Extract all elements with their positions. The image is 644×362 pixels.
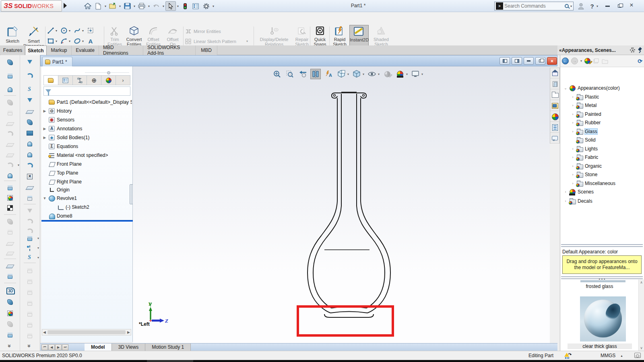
- feature-tool-icon-9[interactable]: [3, 150, 17, 160]
- view-cube-icon-5[interactable]: [23, 309, 37, 319]
- appearance-root-decals[interactable]: ›Decals: [564, 197, 592, 205]
- feature-tool-icon-24[interactable]: [3, 330, 17, 340]
- tree-item-revolve1[interactable]: ▼Revolve1: [43, 194, 132, 202]
- open-dropdown[interactable]: ▾: [118, 1, 122, 11]
- graphics-viewport[interactable]: A ▾ ▾ ▾ ▾ ▾: [133, 66, 550, 343]
- tree-item-part1-root[interactable]: Part1 (Default<<Default>_Display Sta: [43, 98, 132, 106]
- appearance-category-rubber[interactable]: ›Rubber: [571, 119, 601, 126]
- search-scope-icon[interactable]: >: [496, 2, 503, 10]
- ribbon-tab-mbd-dimensions[interactable]: MBD Dimensions: [99, 45, 143, 55]
- feature-tool-icon-22[interactable]: [3, 309, 17, 318]
- search-icon[interactable]: [565, 4, 569, 8]
- view-cube-icon-6[interactable]: [23, 320, 37, 330]
- mirror-entities-button[interactable]: Mirror Entities: [185, 27, 221, 35]
- divider[interactable]: [4, 283, 16, 283]
- feature-tree-horizontal-scrollbar[interactable]: ◀▶: [42, 329, 131, 335]
- taskpane-tab-file-explorer[interactable]: [550, 90, 560, 100]
- tab-scroll-first[interactable]: ⏮: [41, 344, 48, 350]
- undo-button[interactable]: [151, 1, 161, 11]
- task-pane-settings-icon[interactable]: [630, 47, 635, 53]
- surface-tool-icon-3[interactable]: [23, 85, 37, 95]
- ellipse-dropdown[interactable]: ▾: [82, 39, 86, 43]
- surface-tool-icon-15[interactable]: [23, 217, 37, 226]
- feature-tool-icon-5[interactable]: [3, 108, 17, 118]
- feature-tool-icon-2[interactable]: [3, 71, 17, 81]
- rollback-bar[interactable]: [41, 220, 133, 222]
- settings-gear-button[interactable]: [201, 1, 211, 11]
- collapse-right-panel-button[interactable]: [512, 57, 522, 65]
- tree-item-history[interactable]: ▶History: [43, 107, 132, 115]
- task-pane-pin-icon[interactable]: [638, 47, 642, 53]
- ribbon-tab-features[interactable]: Features: [1, 45, 25, 55]
- pane-splitter-handle[interactable]: [561, 276, 643, 279]
- scroll-up-arrow[interactable]: ∧: [640, 280, 643, 284]
- feature-tool-icon-10[interactable]: [3, 160, 17, 170]
- surface-tool-icon-17[interactable]: [23, 234, 37, 243]
- view-cube-icon-2[interactable]: [23, 277, 37, 286]
- surface-tool-icon-12[interactable]: [23, 183, 37, 192]
- refresh-button[interactable]: ⟳: [638, 58, 642, 64]
- help-dropdown[interactable]: ▾: [595, 1, 600, 11]
- stretch-entities-tool[interactable]: [87, 27, 95, 35]
- divider[interactable]: [4, 214, 16, 215]
- feature-tool-icon-6[interactable]: [3, 119, 17, 128]
- rectangle-tool[interactable]: [47, 37, 55, 45]
- taskpane-tab-view-palette[interactable]: [550, 101, 560, 111]
- divider[interactable]: [4, 181, 16, 181]
- preview-scrollbar[interactable]: ∧∨: [638, 280, 644, 351]
- surface-tool-icon-9[interactable]: [23, 150, 37, 160]
- print-button[interactable]: [136, 1, 147, 11]
- tree-item-origin[interactable]: Origin: [43, 186, 132, 193]
- spline-dropdown[interactable]: ▾: [82, 29, 86, 33]
- pane-splitter[interactable]: [561, 244, 643, 247]
- surface-tool-icon-14[interactable]: [23, 206, 37, 216]
- appearance-root-appearances-color[interactable]: ⌄Appearances(color): [564, 84, 620, 92]
- forward-button[interactable]: →: [571, 58, 578, 64]
- appearance-item-frosted-glass[interactable]: frosted glass: [560, 284, 639, 289]
- circle-tool[interactable]: [60, 27, 68, 35]
- select-tool-button[interactable]: [165, 1, 176, 11]
- tree-item-top-plane[interactable]: Top Plane: [43, 169, 132, 177]
- doc-tab-model[interactable]: Model: [85, 343, 112, 351]
- surface-tool-icon-10[interactable]: [23, 161, 37, 171]
- tag-icon[interactable]: [634, 353, 641, 358]
- unit-system-dropdown[interactable]: ▲: [620, 354, 623, 357]
- doc-tab-3d-views[interactable]: 3D Views: [112, 343, 145, 351]
- appearance-category-lights[interactable]: ›Lights: [571, 145, 598, 152]
- surface-tool-icon-11[interactable]: [23, 172, 37, 181]
- tree-item-right-plane[interactable]: Right Plane: [43, 178, 132, 185]
- new-document-dropdown[interactable]: ▾: [103, 1, 107, 11]
- scroll-right-arrow[interactable]: ▶: [127, 330, 130, 334]
- save-dropdown[interactable]: ▾: [132, 1, 136, 11]
- view-cube-icon-4[interactable]: [23, 298, 37, 308]
- surface-tool-icon-5[interactable]: [23, 107, 37, 116]
- toolbar-more-chevron[interactable]: [23, 341, 37, 351]
- feature-tool-icon-12[interactable]: [3, 183, 17, 193]
- surface-tool-icon-8[interactable]: [23, 139, 37, 149]
- rebuild-warning-icon[interactable]: ↷: [564, 352, 572, 359]
- appearance-category-solid[interactable]: Solid: [571, 136, 596, 144]
- appearance-category-plastic[interactable]: ›Plastic: [571, 93, 599, 101]
- appearance-category-miscellaneous[interactable]: ›Miscellaneous: [571, 179, 615, 187]
- line-tool[interactable]: [47, 27, 55, 35]
- menu-expand-arrow-icon[interactable]: [64, 3, 67, 8]
- scroll-left-arrow[interactable]: ◀: [43, 330, 46, 334]
- divider[interactable]: [4, 259, 16, 259]
- tree-item-sketch2[interactable]: (-) Sketch2: [52, 203, 132, 211]
- search-dropdown[interactable]: ▾: [570, 4, 572, 8]
- appearance-category-glass[interactable]: ›Glass: [571, 128, 597, 135]
- circle-dropdown[interactable]: ▾: [69, 29, 72, 33]
- appearance-thumbnail-clear-thick-glass[interactable]: [580, 296, 626, 341]
- ribbon-tab-mbd[interactable]: MBD: [196, 45, 217, 55]
- doc-restore-button[interactable]: [535, 57, 545, 65]
- appearance-category-fabric[interactable]: ›Fabric: [571, 153, 598, 161]
- divider[interactable]: [24, 263, 36, 263]
- feature-tool-icon-8[interactable]: [3, 140, 17, 149]
- unit-system-label[interactable]: MMGS: [601, 353, 615, 358]
- surface-tool-icon-6[interactable]: [23, 117, 37, 127]
- taskpane-tab-solidworks-resources[interactable]: [550, 68, 560, 78]
- text-tool[interactable]: A: [87, 37, 95, 45]
- surface-tool-icon-2[interactable]: [23, 71, 37, 81]
- ribbon-tab-sketch[interactable]: Sketch: [25, 45, 47, 55]
- appearance-category-stone[interactable]: ›Stone: [571, 171, 597, 178]
